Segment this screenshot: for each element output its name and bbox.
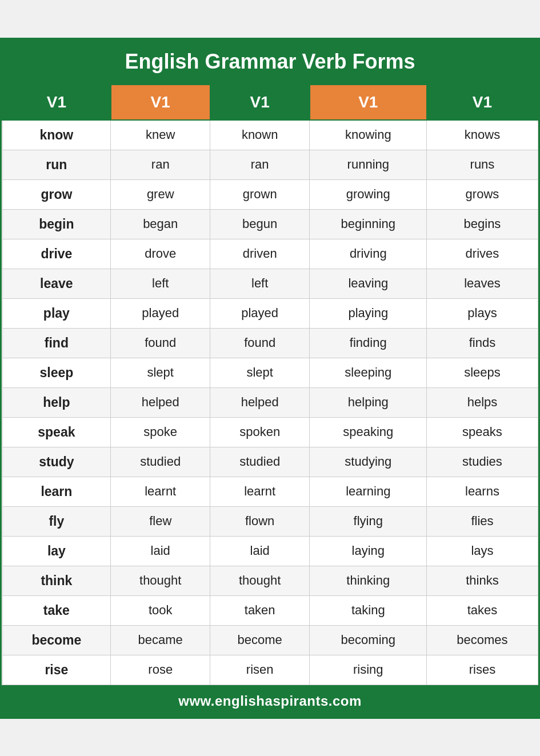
table-row: helphelpedhelpedhelpinghelps xyxy=(2,387,538,417)
cell-r4-c4: drives xyxy=(427,239,538,269)
table-row: runranranrunningruns xyxy=(2,150,538,179)
cell-r18-c4: rises xyxy=(427,655,538,685)
cell-r0-c0: know xyxy=(2,120,111,150)
cell-r13-c0: fly xyxy=(2,506,111,536)
table-row: speakspokespokenspeakingspeaks xyxy=(2,417,538,447)
cell-r11-c1: studied xyxy=(111,447,210,477)
table-row: studystudiedstudiedstudyingstudies xyxy=(2,447,538,477)
cell-r11-c2: studied xyxy=(210,447,310,477)
cell-r14-c2: laid xyxy=(210,536,310,566)
cell-r1-c1: ran xyxy=(111,150,210,179)
cell-r9-c2: helped xyxy=(210,387,310,417)
cell-r15-c4: thinks xyxy=(427,566,538,595)
table-row: playplayedplayedplayingplays xyxy=(2,298,538,328)
header-col-2: V1 xyxy=(111,85,210,120)
cell-r14-c0: lay xyxy=(2,536,111,566)
cell-r13-c3: flying xyxy=(310,506,427,536)
cell-r10-c3: speaking xyxy=(310,417,427,447)
cell-r16-c4: takes xyxy=(427,595,538,625)
cell-r11-c0: study xyxy=(2,447,111,477)
cell-r14-c1: laid xyxy=(111,536,210,566)
cell-r7-c1: found xyxy=(111,328,210,358)
cell-r12-c0: learn xyxy=(2,477,111,506)
cell-r17-c0: become xyxy=(2,625,111,655)
cell-r18-c3: rising xyxy=(310,655,427,685)
cell-r10-c2: spoken xyxy=(210,417,310,447)
cell-r0-c1: knew xyxy=(111,120,210,150)
cell-r0-c2: known xyxy=(210,120,310,150)
cell-r1-c3: running xyxy=(310,150,427,179)
cell-r15-c2: thought xyxy=(210,566,310,595)
table-row: beginbeganbegunbeginningbegins xyxy=(2,209,538,239)
cell-r5-c4: leaves xyxy=(427,269,538,298)
cell-r4-c1: drove xyxy=(111,239,210,269)
cell-r13-c2: flown xyxy=(210,506,310,536)
cell-r3-c1: began xyxy=(111,209,210,239)
cell-r15-c3: thinking xyxy=(310,566,427,595)
cell-r5-c1: left xyxy=(111,269,210,298)
cell-r4-c2: driven xyxy=(210,239,310,269)
cell-r10-c0: speak xyxy=(2,417,111,447)
cell-r9-c3: helping xyxy=(310,387,427,417)
cell-r7-c0: find xyxy=(2,328,111,358)
cell-r2-c2: grown xyxy=(210,179,310,209)
cell-r9-c0: help xyxy=(2,387,111,417)
cell-r5-c2: left xyxy=(210,269,310,298)
cell-r16-c1: took xyxy=(111,595,210,625)
table-row: drivedrovedrivendrivingdrives xyxy=(2,239,538,269)
cell-r8-c1: slept xyxy=(111,358,210,387)
footer-url: www.englishaspirants.com xyxy=(2,685,538,717)
cell-r17-c1: became xyxy=(111,625,210,655)
cell-r18-c1: rose xyxy=(111,655,210,685)
cell-r8-c0: sleep xyxy=(2,358,111,387)
cell-r8-c3: sleeping xyxy=(310,358,427,387)
cell-r10-c1: spoke xyxy=(111,417,210,447)
main-card: English Grammar Verb Forms V1V1V1V1V1 kn… xyxy=(0,38,540,719)
cell-r8-c4: sleeps xyxy=(427,358,538,387)
cell-r18-c0: rise xyxy=(2,655,111,685)
table-row: knowknewknownknowingknows xyxy=(2,120,538,150)
cell-r2-c1: grew xyxy=(111,179,210,209)
cell-r14-c4: lays xyxy=(427,536,538,566)
cell-r11-c4: studies xyxy=(427,447,538,477)
table-row: findfoundfoundfindingfinds xyxy=(2,328,538,358)
cell-r6-c3: playing xyxy=(310,298,427,328)
cell-r1-c0: run xyxy=(2,150,111,179)
verb-table: V1V1V1V1V1 knowknewknownknowingknowsrunr… xyxy=(2,84,538,685)
cell-r2-c0: grow xyxy=(2,179,111,209)
table-row: taketooktakentakingtakes xyxy=(2,595,538,625)
cell-r5-c3: leaving xyxy=(310,269,427,298)
cell-r6-c4: plays xyxy=(427,298,538,328)
cell-r3-c3: beginning xyxy=(310,209,427,239)
cell-r10-c4: speaks xyxy=(427,417,538,447)
cell-r16-c0: take xyxy=(2,595,111,625)
cell-r12-c1: learnt xyxy=(111,477,210,506)
cell-r9-c1: helped xyxy=(111,387,210,417)
table-row: becomebecamebecomebecomingbecomes xyxy=(2,625,538,655)
table-row: growgrewgrowngrowinggrows xyxy=(2,179,538,209)
cell-r13-c4: flies xyxy=(427,506,538,536)
cell-r17-c4: becomes xyxy=(427,625,538,655)
cell-r5-c0: leave xyxy=(2,269,111,298)
cell-r11-c3: studying xyxy=(310,447,427,477)
cell-r6-c0: play xyxy=(2,298,111,328)
table-row: learnlearntlearntlearninglearns xyxy=(2,477,538,506)
table-row: riseroserisenrisingrises xyxy=(2,655,538,685)
cell-r1-c4: runs xyxy=(427,150,538,179)
table-row: thinkthoughtthoughtthinkingthinks xyxy=(2,566,538,595)
cell-r17-c2: become xyxy=(210,625,310,655)
header-col-3: V1 xyxy=(210,85,310,120)
cell-r2-c4: grows xyxy=(427,179,538,209)
cell-r4-c3: driving xyxy=(310,239,427,269)
header-col-5: V1 xyxy=(427,85,538,120)
table-row: flyflewflownflyingflies xyxy=(2,506,538,536)
cell-r15-c1: thought xyxy=(111,566,210,595)
cell-r12-c4: learns xyxy=(427,477,538,506)
cell-r3-c0: begin xyxy=(2,209,111,239)
header-col-1: V1 xyxy=(2,85,111,120)
cell-r0-c4: knows xyxy=(427,120,538,150)
header-row: V1V1V1V1V1 xyxy=(2,85,538,120)
cell-r7-c3: finding xyxy=(310,328,427,358)
cell-r16-c2: taken xyxy=(210,595,310,625)
cell-r6-c1: played xyxy=(111,298,210,328)
